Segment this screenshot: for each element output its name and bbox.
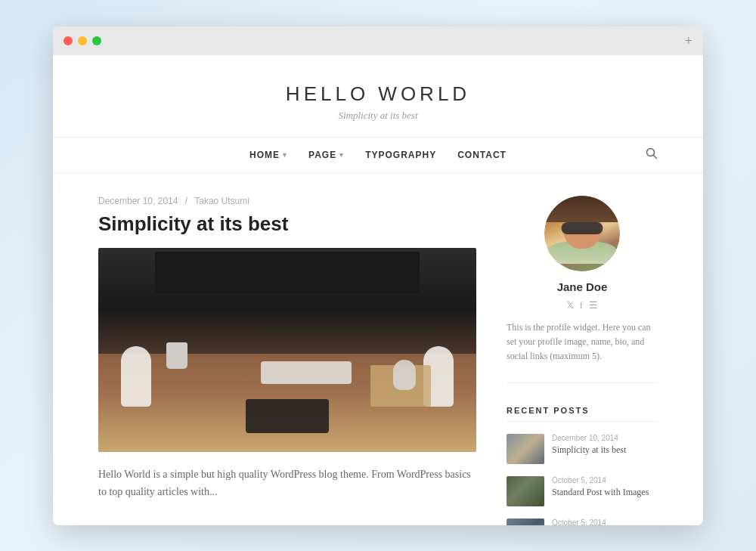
recent-posts-title: RECENT POSTS	[507, 406, 658, 422]
profile-bio: This is the profile widget. Here you can…	[507, 320, 658, 364]
post-title[interactable]: Simplicity at its best	[98, 212, 476, 236]
meta-separator: /	[185, 196, 187, 206]
recent-post-info-3: October 5, 2014 Standard Post with Quote…	[552, 518, 658, 525]
website-content: HELLO WORLD Simplicity at its best HOME …	[53, 55, 703, 525]
site-tagline: Simplicity at its best	[68, 110, 688, 122]
avatar-sunglasses	[562, 222, 603, 234]
nav-label-typography: TYPOGRAPHY	[365, 150, 436, 160]
chevron-down-icon: ▾	[339, 151, 344, 159]
recent-post-thumb-2	[507, 476, 544, 506]
post-excerpt: Hello World is a simple but high quality…	[98, 466, 476, 502]
main-content: December 10, 2014 / Takao Utsumi Simplic…	[53, 173, 703, 525]
nav-label-page: PAGE	[308, 150, 336, 160]
post-meta: December 10, 2014 / Takao Utsumi	[98, 196, 476, 206]
recent-post-date-2: October 5, 2014	[552, 476, 658, 484]
browser-chrome: +	[53, 26, 703, 55]
recent-posts-widget: RECENT POSTS December 10, 2014 Simplicit…	[507, 406, 658, 525]
rss-icon[interactable]: ☰	[589, 299, 598, 311]
site-title[interactable]: HELLO WORLD	[68, 82, 688, 106]
nav-links: HOME ▾ PAGE ▾ TYPOGRAPHY CONTACT	[239, 138, 517, 172]
site-navigation: HOME ▾ PAGE ▾ TYPOGRAPHY CONTACT	[53, 138, 703, 173]
post-date: December 10, 2014	[98, 196, 178, 206]
desk-speaker-left	[121, 346, 151, 407]
recent-post-date-1: December 10, 2014	[552, 434, 658, 442]
twitter-icon[interactable]: 𝕏	[566, 299, 574, 311]
avatar-hair	[544, 196, 620, 222]
site-header: HELLO WORLD Simplicity at its best	[53, 55, 703, 138]
nav-item-contact[interactable]: CONTACT	[447, 138, 517, 172]
social-links: 𝕏 f ☰	[507, 299, 658, 311]
recent-post-date-3: October 5, 2014	[552, 518, 658, 525]
nav-label-home: HOME	[249, 150, 280, 160]
profile-name: Jane Doe	[507, 280, 658, 293]
desk-scene	[98, 248, 476, 452]
recent-post-info-1: December 10, 2014 Simplicity at its best	[552, 434, 658, 457]
recent-post-item-2: October 5, 2014 Standard Post with Image…	[507, 476, 658, 506]
facebook-icon[interactable]: f	[580, 299, 583, 311]
chevron-down-icon: ▾	[283, 151, 287, 159]
recent-post-thumb-3	[507, 518, 544, 525]
minimize-button[interactable]	[78, 36, 87, 45]
recent-post-info-2: October 5, 2014 Standard Post with Image…	[552, 476, 658, 499]
sidebar: Jane Doe 𝕏 f ☰ This is the profile widge…	[507, 196, 658, 525]
profile-widget: Jane Doe 𝕏 f ☰ This is the profile widge…	[507, 196, 658, 384]
recent-post-link-2[interactable]: Standard Post with Images	[552, 487, 658, 499]
nav-label-contact: CONTACT	[457, 150, 507, 160]
nav-item-page[interactable]: PAGE ▾	[298, 138, 355, 172]
svg-line-1	[654, 155, 657, 158]
recent-post-thumb-1	[507, 434, 544, 464]
nav-item-typography[interactable]: TYPOGRAPHY	[355, 138, 447, 172]
new-tab-button[interactable]: +	[685, 34, 692, 48]
primary-content: December 10, 2014 / Takao Utsumi Simplic…	[98, 196, 476, 525]
nav-item-home[interactable]: HOME ▾	[239, 138, 298, 172]
recent-post-item-1: December 10, 2014 Simplicity at its best	[507, 434, 658, 464]
avatar	[544, 196, 620, 271]
post-author: Takao Utsumi	[194, 196, 249, 206]
browser-window: + HELLO WORLD Simplicity at its best HOM…	[53, 26, 703, 525]
desk-cup	[166, 342, 187, 369]
desk-monitor	[155, 252, 420, 293]
avatar-image	[544, 196, 620, 271]
maximize-button[interactable]	[92, 36, 101, 45]
desk-tablet	[246, 399, 329, 433]
recent-post-item-3: October 5, 2014 Standard Post with Quote…	[507, 518, 658, 525]
desk-keyboard	[261, 361, 352, 384]
search-icon[interactable]	[646, 147, 658, 163]
post-featured-image	[98, 248, 476, 452]
recent-post-link-1[interactable]: Simplicity at its best	[552, 444, 658, 457]
close-button[interactable]	[64, 36, 73, 45]
desk-mouse	[393, 360, 416, 390]
